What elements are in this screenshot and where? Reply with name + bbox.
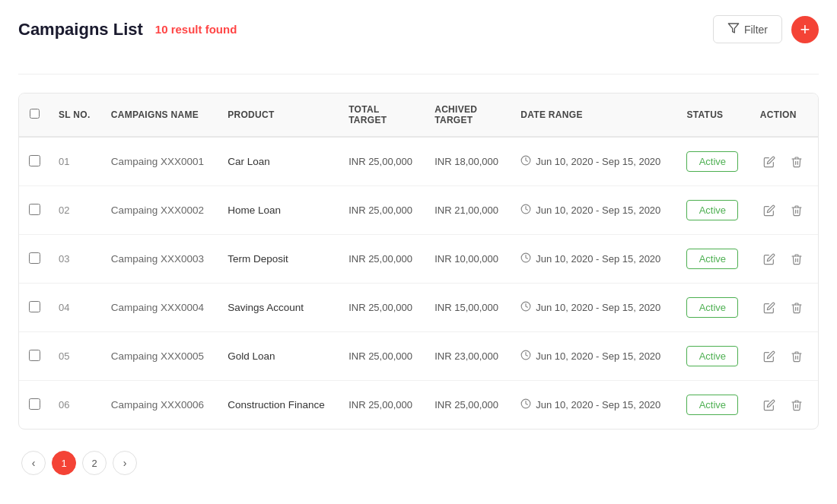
- select-all-checkbox[interactable]: [30, 109, 40, 119]
- col-date-range: DATE RANGE: [511, 94, 677, 137]
- row-sl-no: 03: [49, 235, 102, 284]
- row-campaign-name: Campaing XXX0001: [102, 137, 218, 186]
- row-status: Active: [677, 235, 750, 284]
- row-action: [751, 332, 818, 381]
- date-range-text: Jun 10, 2020 - Sep 15, 2020: [536, 302, 660, 313]
- row-date-range: Jun 10, 2020 - Sep 15, 2020: [511, 381, 677, 430]
- row-checkbox-5[interactable]: [29, 350, 40, 361]
- col-achieved-target: ACHIVEDTARGET: [425, 94, 511, 137]
- row-checkbox-cell: [19, 284, 49, 332]
- result-count-num: 10: [155, 23, 168, 36]
- row-checkbox-cell: [19, 186, 49, 235]
- row-checkbox-6[interactable]: [29, 398, 40, 410]
- row-total-target: INR 25,00,000: [339, 332, 425, 381]
- row-campaign-name: Campaing XXX0004: [102, 284, 218, 332]
- page-1-button[interactable]: 1: [52, 451, 76, 475]
- row-achieved-target: INR 18,00,000: [425, 137, 511, 186]
- next-page-button[interactable]: ›: [113, 451, 137, 475]
- edit-button-2[interactable]: [760, 201, 778, 220]
- row-checkbox-cell: [19, 332, 49, 381]
- table-body: 01 Campaing XXX0001 Car Loan INR 25,00,0…: [19, 137, 818, 429]
- row-sl-no: 01: [49, 137, 102, 186]
- col-sl-no: SL NO.: [49, 94, 102, 137]
- row-checkbox-cell: [19, 381, 49, 430]
- clock-icon: [520, 204, 531, 217]
- row-status: Active: [677, 284, 750, 332]
- header-divider: [18, 74, 819, 74]
- status-badge: Active: [686, 346, 738, 366]
- prev-page-button[interactable]: ‹: [21, 451, 46, 475]
- status-badge: Active: [686, 297, 738, 318]
- row-sl-no: 06: [49, 381, 102, 430]
- row-product: Car Loan: [218, 137, 339, 186]
- row-action: [751, 186, 818, 235]
- row-checkbox-4[interactable]: [29, 301, 40, 312]
- date-range-text: Jun 10, 2020 - Sep 15, 2020: [536, 350, 660, 362]
- filter-button[interactable]: Filter: [713, 15, 782, 43]
- page-header: Campaigns List 10 result found Filter +: [18, 15, 819, 55]
- page-2-button[interactable]: 2: [82, 451, 107, 475]
- row-date-range: Jun 10, 2020 - Sep 15, 2020: [511, 186, 677, 235]
- row-achieved-target: INR 10,00,000: [425, 235, 511, 284]
- row-total-target: INR 25,00,000: [339, 186, 425, 235]
- row-total-target: INR 25,00,000: [339, 381, 425, 430]
- add-button[interactable]: +: [791, 16, 819, 43]
- edit-button-6[interactable]: [760, 396, 778, 414]
- delete-button-1[interactable]: [788, 153, 806, 171]
- campaigns-table: SL NO. CAMPAIGNS NAME PRODUCT TOTALTARGE…: [18, 93, 819, 430]
- delete-button-5[interactable]: [788, 347, 806, 366]
- row-date-range: Jun 10, 2020 - Sep 15, 2020: [511, 284, 677, 332]
- row-achieved-target: INR 21,00,000: [425, 186, 511, 235]
- table-row: 04 Campaing XXX0004 Savings Account INR …: [19, 284, 818, 332]
- filter-icon: [727, 22, 740, 36]
- row-achieved-target: INR 25,00,000: [425, 381, 511, 430]
- row-action: [751, 137, 818, 186]
- row-action: [751, 235, 818, 284]
- table-header: SL NO. CAMPAIGNS NAME PRODUCT TOTALTARGE…: [19, 94, 818, 137]
- row-sl-no: 04: [49, 284, 102, 332]
- page-title: Campaigns List: [18, 20, 143, 40]
- date-range-text: Jun 10, 2020 - Sep 15, 2020: [536, 399, 660, 410]
- row-campaign-name: Campaing XXX0002: [102, 186, 218, 235]
- status-badge: Active: [686, 151, 738, 172]
- row-product: Home Loan: [218, 186, 339, 235]
- row-date-range: Jun 10, 2020 - Sep 15, 2020: [511, 235, 677, 284]
- row-product: Savings Account: [218, 284, 339, 332]
- svg-marker-0: [728, 24, 738, 33]
- edit-button-4[interactable]: [760, 299, 778, 317]
- date-range-text: Jun 10, 2020 - Sep 15, 2020: [536, 253, 660, 265]
- edit-button-3[interactable]: [760, 250, 778, 268]
- table-row: 01 Campaing XXX0001 Car Loan INR 25,00,0…: [19, 137, 818, 186]
- clock-icon: [520, 155, 531, 168]
- delete-button-6[interactable]: [788, 396, 806, 414]
- row-status: Active: [677, 332, 750, 381]
- clock-icon: [520, 301, 531, 314]
- header-right: Filter +: [713, 15, 819, 43]
- row-achieved-target: INR 15,00,000: [425, 284, 511, 332]
- table-row: 05 Campaing XXX0005 Gold Loan INR 25,00,…: [19, 332, 818, 381]
- row-action: [751, 284, 818, 332]
- status-badge: Active: [686, 395, 738, 415]
- delete-button-2[interactable]: [788, 201, 806, 220]
- status-badge: Active: [686, 249, 738, 269]
- edit-button-1[interactable]: [760, 153, 778, 171]
- col-product: PRODUCT: [218, 94, 339, 137]
- row-product: Term Deposit: [218, 235, 339, 284]
- col-campaign-name: CAMPAIGNS NAME: [102, 94, 218, 137]
- row-date-range: Jun 10, 2020 - Sep 15, 2020: [511, 332, 677, 381]
- row-total-target: INR 25,00,000: [339, 235, 425, 284]
- row-sl-no: 02: [49, 186, 102, 235]
- row-checkbox-1[interactable]: [29, 155, 40, 166]
- row-campaign-name: Campaing XXX0006: [102, 381, 218, 430]
- delete-button-4[interactable]: [788, 299, 806, 317]
- row-date-range: Jun 10, 2020 - Sep 15, 2020: [511, 137, 677, 186]
- row-total-target: INR 25,00,000: [339, 137, 425, 186]
- row-checkbox-2[interactable]: [29, 204, 40, 215]
- filter-label: Filter: [744, 24, 768, 36]
- delete-button-3[interactable]: [788, 250, 806, 268]
- table-row: 06 Campaing XXX0006 Construction Finance…: [19, 381, 818, 430]
- edit-button-5[interactable]: [760, 347, 778, 366]
- col-checkbox: [19, 94, 49, 137]
- row-checkbox-3[interactable]: [29, 252, 40, 264]
- status-badge: Active: [686, 200, 738, 220]
